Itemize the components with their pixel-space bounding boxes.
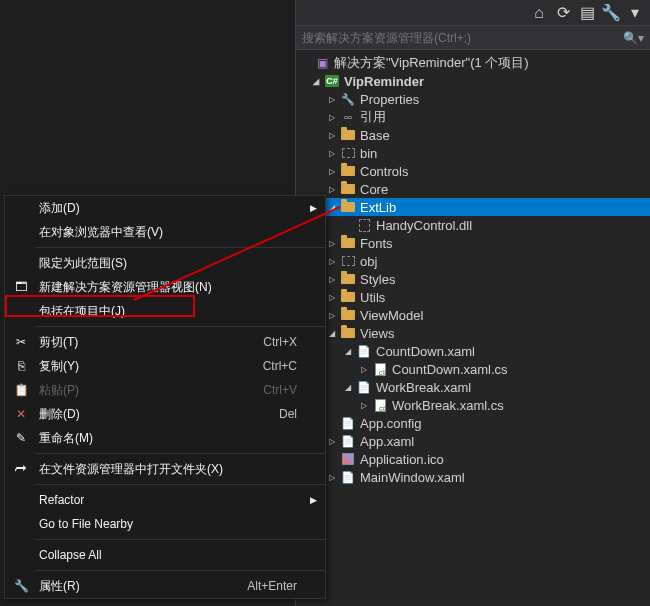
menu-scope[interactable]: 限定为此范围(S) (5, 251, 325, 275)
expander-icon[interactable] (326, 201, 338, 213)
file-appxaml[interactable]: 📄 App.xaml (296, 432, 650, 450)
menu-shortcut: Ctrl+X (263, 335, 297, 349)
folder-label: bin (360, 146, 377, 161)
toolbar-properties-icon[interactable]: 🔧 (600, 2, 622, 24)
expander-icon[interactable] (326, 165, 338, 177)
file-workbreak-cs[interactable]: WorkBreak.xaml.cs (296, 396, 650, 414)
expander-icon[interactable] (326, 291, 338, 303)
menu-shortcut: Ctrl+C (263, 359, 297, 373)
menu-label: 限定为此范围(S) (39, 255, 297, 272)
folder-extlib[interactable]: ExtLib (296, 198, 650, 216)
expander-icon[interactable] (326, 93, 338, 105)
toolbar-showall-icon[interactable]: ▤ (576, 2, 598, 24)
file-mainwindow[interactable]: 📄 MainWindow.xaml (296, 468, 650, 486)
file-appconfig[interactable]: 📄 App.config (296, 414, 650, 432)
wrench-icon: 🔧 (11, 578, 31, 594)
menu-separator (35, 453, 325, 454)
folder-fonts[interactable]: Fonts (296, 234, 650, 252)
expander-icon[interactable] (326, 471, 338, 483)
menu-label: Refactor (39, 493, 297, 507)
expander-icon[interactable] (326, 273, 338, 285)
menu-label: 删除(D) (39, 406, 279, 423)
expander-icon[interactable] (342, 381, 354, 393)
folder-label: Utils (360, 290, 385, 305)
file-label: WorkBreak.xaml.cs (392, 398, 504, 413)
expander-icon[interactable] (326, 183, 338, 195)
expander-icon[interactable] (358, 363, 370, 375)
expander-icon[interactable] (326, 111, 338, 123)
submenu-arrow-icon: ▶ (310, 203, 317, 213)
menu-label: 包括在项目中(J) (39, 303, 297, 320)
menu-cut[interactable]: ✂ 剪切(T) Ctrl+X (5, 330, 325, 354)
search-icon[interactable]: 🔍▾ (623, 31, 644, 45)
solution-toolbar: ⌂ ⟳ ▤ 🔧 ▾ (296, 0, 650, 26)
folder-core[interactable]: Core (296, 180, 650, 198)
expander-icon[interactable] (326, 309, 338, 321)
file-label: CountDown.xaml (376, 344, 475, 359)
expander-icon[interactable] (326, 237, 338, 249)
solution-tree[interactable]: ▣ 解决方案"VipReminder"(1 个项目) C# VipReminde… (296, 50, 650, 606)
menu-open-explorer[interactable]: ⮫ 在文件资源管理器中打开文件夹(X) (5, 457, 325, 481)
file-countdown-cs[interactable]: CountDown.xaml.cs (296, 360, 650, 378)
menu-copy[interactable]: ⎘ 复制(Y) Ctrl+C (5, 354, 325, 378)
expander-icon[interactable] (358, 399, 370, 411)
menu-new-view[interactable]: 🗔 新建解决方案资源管理器视图(N) (5, 275, 325, 299)
folder-views[interactable]: Views (296, 324, 650, 342)
file-label: CountDown.xaml.cs (392, 362, 508, 377)
paste-icon: 📋 (11, 382, 31, 398)
expander-icon[interactable] (326, 255, 338, 267)
menu-collapse[interactable]: Collapse All (5, 543, 325, 567)
menu-label: 新建解决方案资源管理器视图(N) (39, 279, 297, 296)
submenu-arrow-icon: ▶ (310, 495, 317, 505)
folder-styles[interactable]: Styles (296, 270, 650, 288)
expander-icon[interactable] (326, 327, 338, 339)
references-label: 引用 (360, 108, 386, 126)
expander-icon[interactable] (326, 129, 338, 141)
expander-icon[interactable] (310, 75, 322, 87)
folder-label: Controls (360, 164, 408, 179)
menu-label: 添加(D) (39, 200, 297, 217)
file-label: Application.ico (360, 452, 444, 467)
project-node[interactable]: C# VipReminder (296, 72, 650, 90)
search-input[interactable] (302, 31, 623, 45)
expander-icon[interactable] (342, 345, 354, 357)
folder-viewmodel[interactable]: ViewModel (296, 306, 650, 324)
folder-base[interactable]: Base (296, 126, 650, 144)
menu-view-browser[interactable]: 在对象浏览器中查看(V) (5, 220, 325, 244)
solution-node[interactable]: ▣ 解决方案"VipReminder"(1 个项目) (296, 54, 650, 72)
file-workbreak-xaml[interactable]: 📄 WorkBreak.xaml (296, 378, 650, 396)
file-countdown-xaml[interactable]: 📄 CountDown.xaml (296, 342, 650, 360)
expander-icon[interactable] (326, 435, 338, 447)
folder-icon (340, 308, 356, 322)
menu-rename[interactable]: ✎ 重命名(M) (5, 426, 325, 450)
menu-add[interactable]: 添加(D) ▶ (5, 196, 325, 220)
menu-delete[interactable]: ✕ 删除(D) Del (5, 402, 325, 426)
folder-utils[interactable]: Utils (296, 288, 650, 306)
file-handycontrol[interactable]: HandyControl.dll (296, 216, 650, 234)
menu-label: 在对象浏览器中查看(V) (39, 224, 297, 241)
references-node[interactable]: ▫▫ 引用 (296, 108, 650, 126)
delete-icon: ✕ (11, 406, 31, 422)
search-row[interactable]: 🔍▾ (296, 26, 650, 50)
properties-node[interactable]: 🔧 Properties (296, 90, 650, 108)
folder-icon (340, 200, 356, 214)
folder-bin[interactable]: bin (296, 144, 650, 162)
file-appicon[interactable]: Application.ico (296, 450, 650, 468)
file-label: App.config (360, 416, 421, 431)
menu-separator (35, 326, 325, 327)
menu-properties[interactable]: 🔧 属性(R) Alt+Enter (5, 574, 325, 598)
menu-separator (35, 247, 325, 248)
menu-goto-file[interactable]: Go to File Nearby (5, 512, 325, 536)
menu-include-in-project[interactable]: 包括在项目中(J) (5, 299, 325, 323)
config-file-icon: 📄 (340, 416, 356, 430)
toolbar-dropdown-icon[interactable]: ▾ (624, 2, 646, 24)
menu-label: Go to File Nearby (39, 517, 297, 531)
ico-file-icon (340, 452, 356, 466)
folder-controls[interactable]: Controls (296, 162, 650, 180)
folder-obj[interactable]: obj (296, 252, 650, 270)
menu-refactor[interactable]: Refactor ▶ (5, 488, 325, 512)
toolbar-home-icon[interactable]: ⌂ (528, 2, 550, 24)
menu-label: 复制(Y) (39, 358, 263, 375)
toolbar-refresh-icon[interactable]: ⟳ (552, 2, 574, 24)
expander-icon[interactable] (326, 147, 338, 159)
